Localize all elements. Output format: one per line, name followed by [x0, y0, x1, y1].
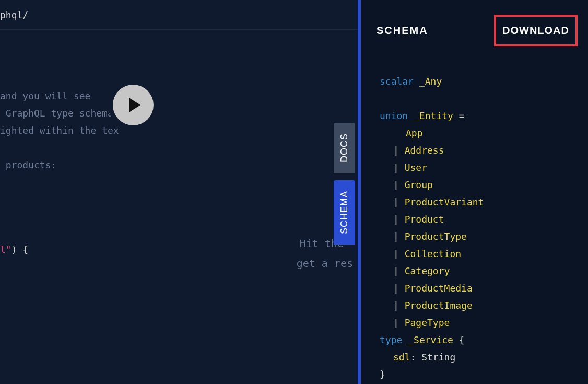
- field-declaration: sdl: String: [380, 348, 588, 366]
- union-type: | Group: [380, 176, 588, 193]
- union-type: | Collection: [380, 245, 588, 262]
- closing-brace: }: [380, 366, 588, 383]
- response-area: Hit the get a res: [133, 31, 357, 384]
- type-declaration: type _Service {: [380, 331, 588, 348]
- union-type: | User: [380, 159, 588, 176]
- tab-schema[interactable]: SCHEMA: [334, 180, 355, 245]
- union-type: | ProductImage: [380, 297, 588, 314]
- union-type-first: App: [380, 124, 588, 142]
- tab-docs[interactable]: DOCS: [334, 123, 355, 173]
- union-declaration: union _Entity =: [380, 107, 588, 124]
- scalar-declaration: scalar _Any: [380, 73, 588, 90]
- union-type: | PageType: [380, 314, 588, 331]
- union-type: | ProductVariant: [380, 193, 588, 211]
- schema-panel: SCHEMA DOWNLOAD scalar _Any union _Entit…: [361, 0, 588, 384]
- schema-code: scalar _Any union _Entity = App | Addres…: [361, 57, 588, 383]
- schema-title: SCHEMA: [377, 25, 428, 37]
- side-tabs: DOCS SCHEMA: [334, 123, 355, 245]
- union-type: | Product: [380, 211, 588, 228]
- url-text: phql/: [0, 9, 28, 20]
- schema-header: SCHEMA DOWNLOAD: [361, 0, 588, 57]
- download-button[interactable]: DOWNLOAD: [494, 15, 578, 46]
- editor-comment: and you will see GraphQL type schema igh…: [0, 87, 119, 173]
- union-type: | ProductMedia: [380, 280, 588, 297]
- url-bar[interactable]: phql/: [0, 0, 358, 30]
- editor-code-line: l") {: [0, 244, 28, 255]
- main-area: phql/ and you will see GraphQL type sche…: [0, 0, 358, 384]
- union-type: | ProductType: [380, 228, 588, 245]
- union-type: | Category: [380, 262, 588, 280]
- union-type: | Address: [380, 142, 588, 159]
